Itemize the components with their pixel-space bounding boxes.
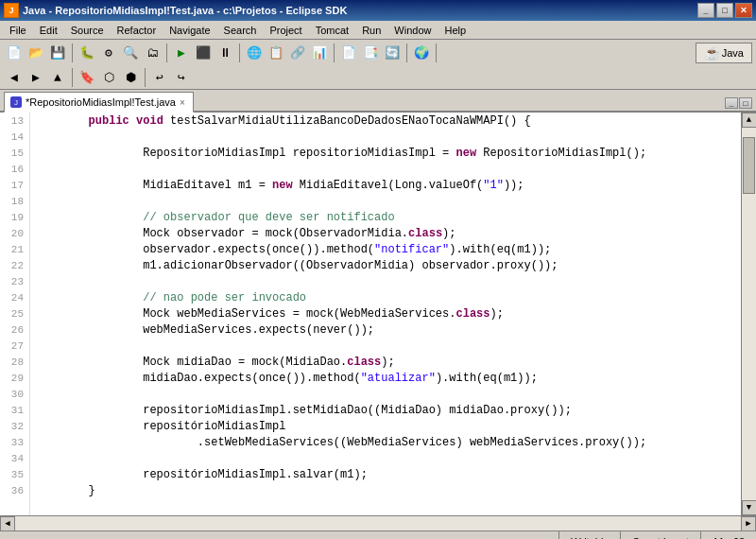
editor-maximize-button[interactable]: □ [739, 97, 752, 109]
line-number: 33 [8, 435, 24, 451]
menu-edit[interactable]: Edit [34, 22, 63, 39]
code-line: // nao pode ser invocado [34, 290, 737, 306]
back-button[interactable]: ◀ [4, 67, 25, 88]
menu-help[interactable]: Help [438, 22, 472, 39]
tool6[interactable]: 📋 [266, 43, 286, 63]
run-button[interactable]: ▶ [171, 43, 192, 63]
maximize-button[interactable]: □ [716, 3, 733, 18]
line-number: 36 [8, 483, 24, 499]
editor-container: 1314151617181920212223242526272829303132… [0, 113, 756, 515]
editor-minimize-button[interactable]: _ [725, 97, 738, 109]
line-number: 20 [8, 226, 24, 242]
menu-file[interactable]: File [4, 22, 32, 39]
editor-tab[interactable]: J *RepositorioMidiasImpl!Test.java × [4, 92, 194, 113]
scroll-track[interactable] [742, 128, 756, 500]
line-numbers: 1314151617181920212223242526272829303132… [0, 113, 30, 515]
tool10[interactable]: 📑 [360, 43, 381, 63]
code-line: RepositorioMidiasImpl repositorioMidiasI… [34, 146, 737, 162]
toolbar-sep-8 [145, 68, 146, 87]
scroll-up-button[interactable]: ▲ [742, 113, 757, 128]
line-number: 16 [8, 162, 24, 178]
menu-source[interactable]: Source [65, 22, 110, 39]
forward-button[interactable]: ▶ [26, 67, 46, 88]
line-number: 31 [8, 403, 24, 419]
code-line: repositórioMidiasImpl [34, 419, 737, 435]
java-perspective-button[interactable]: ☕ Java [696, 43, 752, 63]
vertical-scrollbar[interactable]: ▲ ▼ [741, 113, 756, 515]
up-button[interactable]: ▲ [47, 67, 68, 88]
code-line: Mock midiaDao = mock(MidiaDao.class); [34, 355, 737, 371]
new-button[interactable]: 📄 [4, 43, 25, 63]
menu-search[interactable]: Search [218, 22, 263, 39]
tool8[interactable]: 📊 [309, 43, 330, 63]
code-line [34, 194, 737, 210]
tool9[interactable]: 📄 [338, 43, 359, 63]
minimize-button[interactable]: _ [697, 3, 714, 18]
code-line [34, 451, 737, 467]
scroll-thumb[interactable] [743, 137, 755, 194]
code-editor[interactable]: public void testSalvarMidiaUtilizaBancoD… [30, 113, 741, 515]
stop-button[interactable]: ⬛ [193, 43, 214, 63]
menu-navigate[interactable]: Navigate [163, 22, 215, 39]
status-smart-insert: Smart Insert [620, 531, 700, 539]
tab-label: *RepositorioMidiasImpl!Test.java [26, 96, 176, 108]
line-number: 14 [8, 130, 24, 146]
line-number: 24 [8, 290, 24, 306]
menu-refactor[interactable]: Refactor [112, 22, 163, 39]
toolbar-sep-7 [72, 68, 73, 87]
line-number: 28 [8, 355, 24, 371]
menu-run[interactable]: Run [356, 22, 387, 39]
line-number: 19 [8, 210, 24, 226]
status-position: 11 : 68 [700, 531, 756, 539]
tool4[interactable]: 🗂 [142, 43, 163, 63]
line-number: 22 [8, 258, 24, 274]
horizontal-scrollbar[interactable]: ◀ ▶ [0, 515, 756, 530]
debug-button[interactable]: 🐛 [77, 43, 97, 63]
status-bar: Writable Smart Insert 11 : 68 [0, 530, 756, 539]
window-controls: _ □ ✕ [697, 3, 752, 18]
tab-close-button[interactable]: × [180, 97, 185, 108]
nav-btn3[interactable]: ⬢ [120, 67, 141, 88]
tool3[interactable]: 🔍 [120, 43, 141, 63]
nav-btn4[interactable]: ↩ [149, 67, 170, 88]
hscroll-right-button[interactable]: ▶ [741, 516, 756, 531]
code-line [34, 130, 737, 146]
title-bar: J Java - RepositorioMidiasImpl!Test.java… [0, 0, 756, 21]
code-line: MidiaEditavel m1 = new MidiaEditavel(Lon… [34, 178, 737, 194]
code-line: // observador que deve ser notificado [34, 210, 737, 226]
line-number: 35 [8, 467, 24, 483]
save-button[interactable]: 💾 [47, 43, 68, 63]
menu-project[interactable]: Project [264, 22, 307, 39]
line-number: 25 [8, 306, 24, 322]
hscroll-left-button[interactable]: ◀ [0, 516, 15, 531]
code-line: webMediaServices.expects(never()); [34, 322, 737, 339]
nav-btn5[interactable]: ↪ [171, 67, 192, 88]
code-line: repositorioMidiasImpl.setMidiaDao((Midia… [34, 403, 737, 419]
toolbar-sep-2 [166, 43, 167, 62]
menu-window[interactable]: Window [388, 22, 437, 39]
line-number: 13 [8, 113, 24, 130]
tool5[interactable]: 🌐 [244, 43, 265, 63]
code-line: repositórioMidiasImpl.salvar(m1); [34, 467, 737, 483]
code-line [34, 274, 737, 290]
scroll-down-button[interactable]: ▼ [742, 500, 757, 515]
hscroll-track[interactable] [15, 516, 741, 530]
menu-bar: File Edit Source Refactor Navigate Searc… [0, 21, 756, 40]
status-writable: Writable [558, 531, 620, 539]
run-ext-button[interactable]: ⚙ [98, 43, 119, 63]
pause-button[interactable]: ⏸ [215, 43, 235, 63]
nav-btn2[interactable]: ⬡ [98, 67, 119, 88]
close-button[interactable]: ✕ [735, 3, 752, 18]
line-number: 26 [8, 322, 24, 339]
line-number: 32 [8, 419, 24, 435]
menu-tomcat[interactable]: Tomcat [310, 22, 354, 39]
tool11[interactable]: 🔄 [382, 43, 403, 63]
tab-file-icon: J [10, 96, 22, 108]
tool7[interactable]: 🔗 [287, 43, 308, 63]
tool12[interactable]: 🌍 [411, 43, 432, 63]
open-button[interactable]: 📂 [26, 43, 46, 63]
nav-btn1[interactable]: 🔖 [77, 67, 97, 88]
tab-bar: J *RepositorioMidiasImpl!Test.java × _ □ [0, 90, 756, 113]
toolbar-row-2: ◀ ▶ ▲ 🔖 ⬡ ⬢ ↩ ↪ [0, 66, 756, 89]
window-title: Java - RepositorioMidiasImpl!Test.java -… [23, 5, 347, 16]
